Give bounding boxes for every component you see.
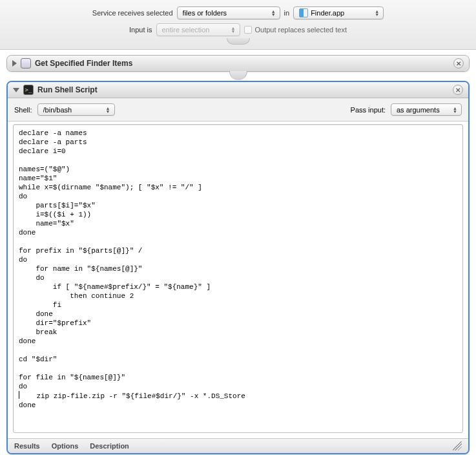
pass-input-label: Pass input: bbox=[351, 106, 386, 114]
disclosure-triangle-icon[interactable] bbox=[13, 88, 19, 92]
action-header[interactable]: >_ Run Shell Script ✕ bbox=[8, 82, 468, 98]
pass-input-value: as arguments bbox=[397, 106, 440, 114]
select-arrows-icon: ▲▼ bbox=[271, 10, 276, 16]
input-scope-select: entire selection ▲▼ bbox=[156, 23, 240, 36]
action-run-shell-script[interactable]: >_ Run Shell Script ✕ Shell: /bin/bash ▲… bbox=[6, 81, 470, 454]
action-footer-tabs: Results Options Description bbox=[8, 438, 468, 453]
application-value: Finder.app bbox=[299, 8, 344, 17]
pass-input-select[interactable]: as arguments ▲▼ bbox=[391, 103, 462, 116]
input-type-value: files or folders bbox=[183, 9, 227, 17]
workflow-canvas[interactable]: Get Specified Finder Items ✕ >_ Run Shel… bbox=[0, 50, 476, 454]
service-receives-label: Service receives selected bbox=[92, 9, 173, 17]
tab-options[interactable]: Options bbox=[52, 442, 79, 450]
action-header[interactable]: Get Specified Finder Items ✕ bbox=[7, 56, 469, 71]
input-type-select[interactable]: files or folders ▲▼ bbox=[177, 6, 280, 19]
shell-select[interactable]: /bin/bash ▲▼ bbox=[37, 103, 115, 116]
select-arrows-icon: ▲▼ bbox=[231, 26, 236, 33]
service-config-bar: Service receives selected files or folde… bbox=[0, 0, 476, 50]
finder-action-icon bbox=[21, 58, 31, 69]
output-replaces-row: Output replaces selected text bbox=[244, 26, 347, 34]
shell-label: Shell: bbox=[14, 106, 32, 114]
select-arrows-icon: ▲▼ bbox=[375, 10, 379, 16]
close-action-button[interactable]: ✕ bbox=[453, 58, 464, 69]
input-notch-icon bbox=[227, 38, 250, 45]
in-label: in bbox=[284, 9, 290, 17]
select-arrows-icon: ▲▼ bbox=[106, 107, 110, 113]
input-scope-value: entire selection bbox=[162, 26, 210, 34]
select-arrows-icon: ▲▼ bbox=[453, 107, 457, 113]
script-area: declare -a names declare -a parts declar… bbox=[8, 122, 468, 438]
action-title: Get Specified Finder Items bbox=[35, 59, 450, 68]
input-is-label: Input is bbox=[129, 26, 152, 34]
finder-icon bbox=[299, 8, 308, 17]
action-connector bbox=[6, 72, 470, 81]
tab-results[interactable]: Results bbox=[14, 442, 40, 450]
resize-grip-icon[interactable] bbox=[453, 441, 462, 450]
disclosure-triangle-icon[interactable] bbox=[12, 60, 17, 67]
output-replaces-label: Output replaces selected text bbox=[255, 26, 347, 34]
shell-value: /bin/bash bbox=[43, 106, 72, 114]
output-replaces-checkbox bbox=[244, 26, 252, 34]
application-select[interactable]: Finder.app ▲▼ bbox=[293, 6, 384, 19]
close-action-button[interactable]: ✕ bbox=[453, 85, 463, 95]
shell-script-input[interactable]: declare -a names declare -a parts declar… bbox=[13, 124, 463, 433]
action-get-specified-finder-items[interactable]: Get Specified Finder Items ✕ bbox=[6, 55, 470, 72]
shell-toolbar: Shell: /bin/bash ▲▼ Pass input: as argum… bbox=[8, 98, 468, 122]
tab-description[interactable]: Description bbox=[90, 442, 129, 450]
terminal-icon: >_ bbox=[23, 85, 34, 95]
action-title: Run Shell Script bbox=[37, 85, 449, 94]
